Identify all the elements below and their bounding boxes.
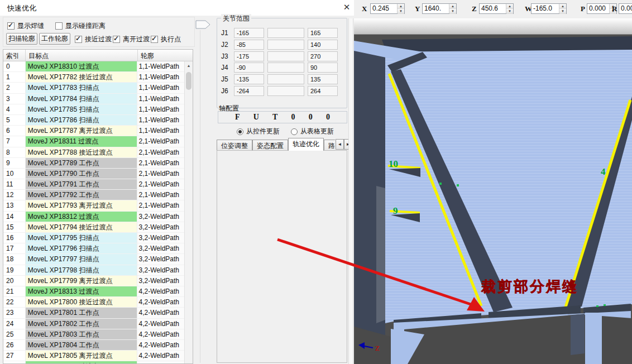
spinner-value[interactable]: 0.000 — [587, 4, 609, 13]
joint-max-input[interactable]: 140 — [308, 40, 338, 50]
joint-max-input[interactable]: 90 — [308, 63, 338, 73]
table-row[interactable]: 0MoveJ XP18310 过渡点1,1-WeldPath — [3, 61, 184, 72]
collapse-panel-button[interactable] — [195, 20, 211, 29]
checkbox-icon[interactable] — [75, 36, 82, 43]
table-row[interactable]: 10MoveL XP17790 工作点2,1-WeldPath — [3, 169, 184, 179]
joint-max-input[interactable]: 165 — [308, 28, 338, 38]
table-row[interactable]: 3MoveL XP17784 扫描点1,1-WeldPath — [3, 94, 184, 104]
table-row[interactable]: 27MoveL XP17805 离开过渡点4,2-WeldPath — [3, 351, 184, 361]
checkbox-icon[interactable] — [55, 22, 63, 30]
update-from-table-radio[interactable]: 从表格更新 — [291, 127, 334, 136]
table-row[interactable]: 16MoveL XP17795 扫描点3,2-WeldPath — [3, 233, 184, 243]
table-row[interactable]: 1MoveL XP17782 接近过渡点1,1-WeldPath — [3, 72, 184, 83]
joint-max-input[interactable]: 135 — [308, 74, 338, 84]
approach-transition-checkbox[interactable]: 接近过渡 — [75, 35, 112, 44]
coord-z-spinner[interactable]: 450.6▲▼ — [479, 3, 514, 14]
joint-mid-input[interactable] — [267, 51, 304, 61]
scan-contour-button[interactable]: 扫描轮廓 — [6, 33, 37, 45]
row-index: 7 — [3, 136, 26, 147]
table-row[interactable]: 19MoveL XP17798 扫描点3,2-WeldPath — [3, 265, 184, 276]
table-scrollbar[interactable]: ▲ — [184, 61, 193, 363]
spin-down-icon[interactable]: ▼ — [506, 9, 513, 14]
radio-icon[interactable] — [237, 128, 243, 135]
leave-transition-checkbox[interactable]: 离开过渡 — [113, 35, 150, 44]
joint-mid-input[interactable] — [267, 28, 304, 38]
contour: 1,1-WeldPath — [137, 72, 184, 83]
spin-up-icon[interactable]: ▲ — [559, 4, 566, 9]
joint-max-input[interactable]: 270 — [308, 51, 338, 61]
row-index: 11 — [3, 179, 26, 190]
table-row[interactable]: 14MoveJ XP18312 过渡点3,2-WeldPath — [3, 212, 184, 222]
spin-down-icon[interactable]: ▼ — [398, 9, 404, 14]
table-row[interactable]: 13MoveL XP17793 离开过渡点2,1-WeldPath — [3, 200, 184, 211]
table-row[interactable]: 15MoveL XP17794 接近过渡点3,2-WeldPath — [3, 222, 184, 233]
panel-splitter[interactable] — [200, 30, 200, 363]
table-row[interactable]: 25MoveL XP17803 工作点4,2-WeldPath — [3, 329, 184, 340]
spin-up-icon[interactable]: ▲ — [506, 4, 513, 9]
3d-viewport[interactable]: 10 9 4 裁剪部分焊缝 Z — [354, 18, 632, 364]
table-row[interactable]: 24MoveL XP17802 工作点4,2-WeldPath — [3, 319, 184, 329]
table-row[interactable]: 26MoveL XP17804 工作点4,2-WeldPath — [3, 340, 184, 351]
tab-3[interactable]: 轨迹优化 — [288, 138, 324, 151]
spin-up-icon[interactable]: ▲ — [398, 4, 404, 9]
joint-min-input[interactable]: -165 — [234, 28, 264, 38]
spinner-value[interactable]: 0.000 — [619, 4, 632, 13]
tab-scroll-left-icon[interactable]: ◄ — [336, 139, 344, 150]
update-from-control-radio[interactable]: 从控件更新 — [237, 127, 280, 136]
checkbox-icon[interactable] — [113, 36, 120, 43]
spinner-value[interactable]: 450.6 — [480, 4, 506, 13]
table-row[interactable]: 17MoveL XP17796 扫描点3,2-WeldPath — [3, 243, 184, 254]
table-row[interactable]: 2MoveL XP17783 扫描点1,1-WeldPath — [3, 83, 184, 93]
coord-w-spinner[interactable]: -165.0▲▼ — [531, 3, 567, 14]
joint-mid-input[interactable] — [267, 63, 304, 73]
joint-max-input[interactable]: 264 — [308, 86, 338, 96]
contour: 3,2-WeldPath — [137, 233, 184, 243]
spin-down-icon[interactable]: ▼ — [559, 9, 566, 14]
coord-y-spinner[interactable]: 1640.▲▼ — [422, 3, 457, 14]
joint-min-input[interactable]: -90 — [234, 63, 264, 73]
table-row[interactable]: 18MoveL XP17797 扫描点3,2-WeldPath — [3, 254, 184, 265]
table-row[interactable]: 5MoveL XP17786 扫描点1,1-WeldPath — [3, 115, 184, 126]
table-row[interactable]: 8MoveL XP17788 接近过渡点2,1-WeldPath — [3, 147, 184, 158]
table-row[interactable]: 20MoveL XP17799 离开过渡点3,2-WeldPath — [3, 276, 184, 286]
scrollbar-thumb[interactable] — [186, 72, 191, 90]
work-contour-button[interactable]: 工作轮廓 — [39, 33, 70, 45]
table-row[interactable]: 11MoveL XP17791 工作点2,1-WeldPath — [3, 179, 184, 190]
joint-min-input[interactable]: -85 — [234, 40, 264, 50]
table-row[interactable]: 22MoveL XP17800 接近过渡点4,2-WeldPath — [3, 297, 184, 308]
joint-mid-input[interactable] — [267, 86, 304, 96]
joint-min-input[interactable]: -264 — [234, 86, 264, 96]
tab-1[interactable]: 位姿调整 — [217, 140, 252, 151]
table-row[interactable]: 4MoveL XP17785 扫描点1,1-WeldPath — [3, 104, 184, 115]
spinner-value[interactable]: 0.245 — [371, 4, 397, 13]
spin-up-icon[interactable]: ▲ — [449, 4, 456, 9]
table-row[interactable]: 12MoveL XP17792 工作点2,1-WeldPath — [3, 190, 184, 200]
middle-panel-scrollbar[interactable] — [348, 18, 353, 364]
checkbox-icon[interactable] — [7, 22, 15, 30]
spin-down-icon[interactable]: ▼ — [449, 9, 456, 14]
table-row[interactable]: 28MoveJ XP18314 过渡点5,3-WeldPath — [3, 361, 184, 363]
table-row[interactable]: 23MoveL XP17801 工作点4,2-WeldPath — [3, 308, 184, 318]
joint-mid-input[interactable] — [267, 74, 304, 84]
table-row[interactable]: 9MoveL XP17789 工作点2,1-WeldPath — [3, 158, 184, 169]
joint-mid-input[interactable] — [267, 40, 304, 50]
scrollbar-up-icon[interactable]: ▲ — [185, 61, 193, 70]
spinner-value[interactable]: -165.0 — [532, 4, 559, 13]
coord-x-spinner[interactable]: 0.245▲▼ — [370, 3, 405, 14]
show-weld-checkbox[interactable]: 显示焊缝 — [7, 21, 44, 31]
close-icon[interactable]: ✕ — [341, 2, 352, 12]
joint-min-input[interactable]: -135 — [234, 74, 264, 84]
table-row[interactable]: 6MoveL XP17787 离开过渡点1,1-WeldPath — [3, 126, 184, 136]
table-row[interactable]: 7MoveJ XP18311 过渡点2,1-WeldPath — [3, 136, 184, 147]
checkbox-icon[interactable] — [151, 36, 158, 43]
execute-point-checkbox[interactable]: 执行点 — [151, 35, 181, 44]
table-row[interactable]: 21MoveJ XP18313 过渡点4,2-WeldPath — [3, 286, 184, 297]
tab-2[interactable]: 姿态配置 — [252, 140, 288, 151]
radio-icon[interactable] — [291, 128, 298, 135]
show-collision-checkbox[interactable]: 显示碰撞距离 — [55, 21, 106, 31]
coord-r-spinner[interactable]: 0.000▲▼ — [619, 3, 632, 14]
joint-min-input[interactable]: -175 — [234, 51, 264, 61]
spinner-value[interactable]: 1640. — [423, 4, 449, 13]
tab-4[interactable]: 路径规划 — [324, 140, 335, 151]
target-point: MoveL XP17793 离开过渡点 — [26, 200, 137, 211]
